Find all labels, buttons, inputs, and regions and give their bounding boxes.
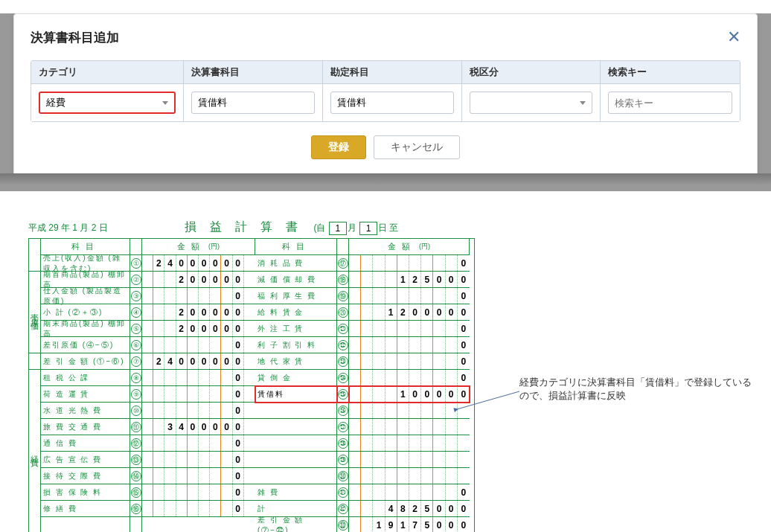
pl-title: 損益計算書 bbox=[185, 219, 311, 235]
form-grid: カテゴリ 経費 決算書科目 勘定科目 税区分 bbox=[31, 60, 740, 122]
modal-header: 決算書科目追加 ✕ bbox=[31, 28, 740, 47]
category-value: 経費 bbox=[46, 96, 65, 109]
period-month: 1 bbox=[329, 222, 347, 235]
modal-backdrop: 決算書科目追加 ✕ カテゴリ 経費 決算書科目 勘定科目 bbox=[0, 13, 771, 191]
label-account: 勘定科目 bbox=[323, 61, 461, 84]
fs-item-input[interactable] bbox=[191, 92, 315, 114]
period-day: 1 bbox=[359, 222, 377, 235]
close-icon[interactable]: ✕ bbox=[727, 28, 740, 47]
add-fs-item-modal: 決算書科目追加 ✕ カテゴリ 経費 決算書科目 勘定科目 bbox=[13, 13, 758, 176]
label-search: 検索キー bbox=[601, 61, 740, 84]
chevron-down-icon bbox=[162, 101, 168, 105]
label-fs-item: 決算書科目 bbox=[184, 61, 322, 84]
pl-form: 平成 29 年 1 月 2 日 損益計算書 (自 1月 1日 至 科目金額(円)… bbox=[28, 219, 475, 532]
pl-date-line: 平成 29 年 1 月 2 日 損益計算書 (自 1月 1日 至 bbox=[28, 219, 475, 235]
cancel-button[interactable]: キャンセル bbox=[374, 135, 460, 159]
label-category: カテゴリ bbox=[31, 61, 183, 84]
account-input[interactable] bbox=[330, 92, 454, 114]
search-input[interactable] bbox=[608, 92, 732, 114]
submit-button[interactable]: 登録 bbox=[311, 135, 366, 159]
tax-select[interactable] bbox=[470, 92, 593, 114]
modal-buttons: 登録 キャンセル bbox=[31, 135, 740, 159]
label-tax: 税区分 bbox=[462, 61, 601, 84]
category-select[interactable]: 経費 bbox=[39, 92, 176, 114]
modal-title: 決算書科目追加 bbox=[31, 29, 119, 46]
chevron-down-icon bbox=[580, 101, 586, 105]
annotation-text: 経費カテゴリに決算書科目「賃借料」で登録しているので、損益計算書に反映 bbox=[519, 376, 758, 403]
